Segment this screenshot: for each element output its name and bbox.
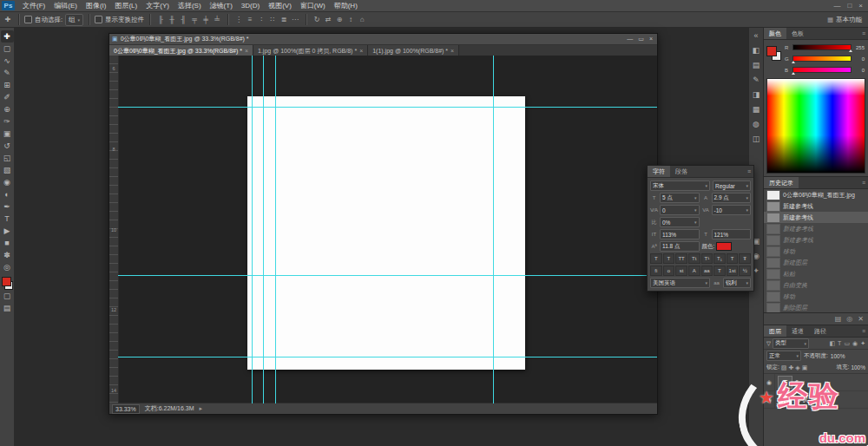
tab-character[interactable]: 字符 (648, 166, 670, 177)
guide-vertical[interactable] (275, 56, 276, 403)
tool-button[interactable]: ✽ (1, 249, 14, 261)
auto-select-checkbox[interactable] (24, 16, 32, 23)
color-spectrum[interactable] (766, 78, 865, 174)
opentype-toggle-button[interactable]: st (675, 266, 687, 276)
guide-vertical[interactable] (263, 56, 264, 403)
tab-history[interactable]: 历史记录 (764, 177, 799, 188)
opentype-toggle-button[interactable]: T (713, 266, 726, 276)
tool-button[interactable]: ▧ (1, 164, 14, 176)
layer-row[interactable]: ◉ ★ 形状 1 (764, 391, 868, 409)
vertical-ruler[interactable]: 68101214 (109, 56, 119, 403)
history-state[interactable]: 0公章0码0章糊_看图王.jpg (764, 189, 868, 200)
tool-button[interactable]: ↺ (1, 140, 14, 152)
history-state[interactable]: 自由变换 (764, 279, 868, 291)
align-button-icon[interactable]: ╤ (189, 15, 200, 25)
guide-horizontal[interactable] (118, 357, 657, 357)
guide-vertical[interactable] (252, 56, 253, 403)
baseline-shift-field[interactable]: 11.8 点 (660, 241, 700, 252)
tab-close-icon[interactable]: × (450, 48, 454, 54)
menu-item[interactable]: 选择(S) (174, 1, 206, 10)
tsume-field[interactable]: 0%▾ (660, 217, 700, 227)
menu-item[interactable]: 3D(D) (237, 2, 264, 10)
align-button-icon[interactable]: ╪ (201, 15, 211, 25)
slider-track[interactable] (792, 56, 852, 62)
document-titlebar[interactable]: ▣ 0公章0码0章糊_看图王.jpg @ 33.3%(RGB/8#) * — ▭… (109, 34, 657, 45)
layer-filter-icon[interactable]: ▭ (844, 340, 850, 347)
menu-item[interactable]: 视图(V) (264, 1, 296, 10)
tracking-field[interactable]: -10▾ (712, 205, 752, 215)
screen-mode-button[interactable]: ▤ (1, 302, 14, 314)
foreground-color-swatch[interactable] (766, 46, 777, 56)
mode-button-icon[interactable]: ↻ (312, 15, 322, 25)
leading-field[interactable]: 2.9 点▾ (712, 193, 752, 203)
panel-icon[interactable]: ▦ (750, 104, 762, 114)
menu-item[interactable]: 帮助(H) (330, 1, 362, 10)
slider-handle[interactable] (849, 49, 852, 52)
minimize-icon[interactable]: — (833, 2, 840, 10)
slider-handle[interactable] (792, 72, 795, 75)
anti-alias-select[interactable]: 锐利▾ (723, 278, 751, 288)
layer-filter-icon[interactable]: ◧ (829, 340, 835, 347)
distribute-button-icon[interactable]: ∷ (267, 15, 278, 25)
tool-button[interactable]: ▶ (1, 225, 14, 237)
doc-minimize-icon[interactable]: — (627, 36, 633, 43)
align-button-icon[interactable]: ╟ (155, 15, 166, 25)
history-footer-icon[interactable]: ◎ (846, 315, 852, 323)
tab-layers[interactable]: 图层 (764, 325, 786, 337)
layer-filter-icon[interactable]: ◉ (852, 340, 858, 347)
menu-item[interactable]: 文件(F) (18, 1, 49, 10)
panel-icon[interactable]: ◫ (750, 134, 762, 143)
history-state[interactable]: 移动 (764, 291, 868, 302)
style-toggle-button[interactable]: TT (675, 253, 687, 264)
tab-paths[interactable]: 路径 (809, 325, 832, 337)
slider-track[interactable] (792, 67, 852, 73)
horizontal-scale-field[interactable]: 121% (712, 229, 752, 239)
history-state[interactable]: 删除图层 (764, 302, 868, 312)
maximize-icon[interactable]: □ (847, 2, 852, 10)
slider-track[interactable] (792, 44, 852, 50)
menu-item[interactable]: 图层(L) (110, 1, 141, 10)
zoom-level-field[interactable]: 33.33% (112, 404, 140, 414)
style-toggle-button[interactable]: Tt (688, 253, 700, 264)
lock-icon[interactable]: ▣ (802, 364, 808, 371)
panel-menu-icon[interactable]: ≡ (862, 328, 868, 334)
history-footer-icon[interactable]: ✕ (858, 315, 864, 323)
history-state[interactable]: 新建参考线 (764, 223, 868, 234)
canvas-document[interactable] (247, 96, 525, 370)
style-toggle-button[interactable]: Ŧ (739, 253, 751, 264)
tool-button[interactable]: ✑ (1, 115, 14, 128)
tool-button[interactable]: ◉ (1, 176, 14, 188)
opentype-toggle-button[interactable]: 1st (727, 266, 739, 276)
workspace-switcher[interactable]: ▦ 基本功能 (827, 16, 865, 24)
style-toggle-button[interactable]: T (663, 253, 675, 264)
lock-icon[interactable]: ✚ (788, 364, 793, 371)
tool-button[interactable]: ◐ (1, 188, 14, 200)
opacity-value[interactable]: 100% (831, 353, 845, 359)
tab-color[interactable]: 颜色 (764, 28, 786, 39)
history-state[interactable]: 新建参考线 (764, 212, 868, 223)
color-slider[interactable]: R 255 (785, 43, 865, 51)
guide-horizontal[interactable] (118, 107, 657, 108)
guide-horizontal[interactable] (118, 275, 657, 276)
opentype-toggle-button[interactable]: ½ (739, 266, 751, 276)
panel-icon[interactable]: ✎ (750, 75, 762, 84)
tool-button[interactable]: ⊞ (1, 79, 14, 91)
opentype-toggle-button[interactable]: fi (650, 266, 662, 276)
style-toggle-button[interactable]: T (727, 253, 739, 264)
layer-filter-icon[interactable]: T (838, 340, 841, 347)
history-state[interactable]: 新建参考线 (764, 200, 868, 212)
distribute-button-icon[interactable]: ⋯ (290, 15, 300, 25)
color-slider[interactable]: B 0 (785, 66, 865, 74)
doc-restore-icon[interactable]: ▭ (638, 36, 644, 43)
status-arrow-icon[interactable]: ▸ (200, 405, 203, 412)
lock-icon[interactable]: ◈ (795, 364, 799, 371)
panel-icon[interactable]: ◨ (750, 89, 762, 99)
mode-button-icon[interactable]: ⇄ (323, 15, 333, 25)
canvas-viewport[interactable]: 68101214 (109, 56, 657, 403)
collapse-panels-icon[interactable]: « (750, 30, 762, 40)
history-state[interactable]: 新建参考线 (764, 234, 868, 246)
history-footer-icon[interactable]: ▤ (835, 315, 842, 323)
language-select[interactable]: 美国英语▾ (650, 278, 710, 288)
mode-button-icon[interactable]: ↕ (345, 15, 356, 25)
slider-handle[interactable] (792, 61, 795, 63)
